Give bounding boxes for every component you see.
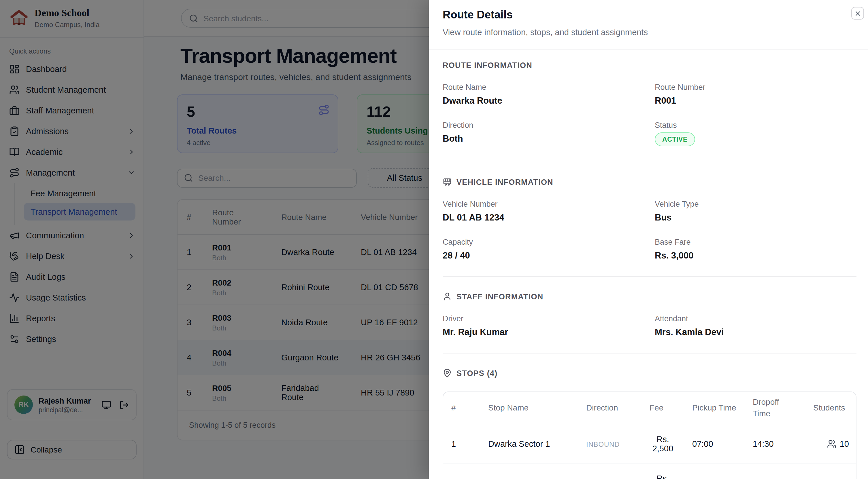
stop-direction: INBOUND [586,440,620,448]
staff-information-heading: STAFF INFORMATION [457,292,543,301]
field-value: R001 [655,96,857,106]
field-value: Rs. 3,000 [655,250,857,261]
section-divider [443,162,857,162]
stops-section: STOPS (4) # Stop Name Direction Fee Pick… [443,369,857,479]
drawer-body: ROUTE INFORMATION Route Name Dwarka Rout… [429,49,868,479]
section-divider [443,353,857,353]
stop-pickup-time: 07:10 [684,463,745,479]
field-value: Mr. Raju Kumar [443,327,655,337]
route-information-section: ROUTE INFORMATION Route Name Dwarka Rout… [443,61,857,162]
close-icon [854,9,861,17]
col-header-fee: Fee [642,392,684,424]
stop-fee: Rs. 2,500 [642,424,684,463]
field-value: DL 01 AB 1234 [443,212,655,223]
field-label: Status [655,121,857,130]
field-label: Capacity [443,238,655,246]
field-base-fare: Base Fare Rs. 3,000 [655,238,857,261]
stop-index: 1 [443,424,480,463]
field-label: Driver [443,314,655,323]
staff-information-section: STAFF INFORMATION Driver Mr. Raju Kumar … [443,292,857,353]
map-pin-icon [443,369,452,378]
route-information-heading: ROUTE INFORMATION [443,61,857,70]
field-status: Status ACTIVE [655,121,857,146]
stops-table: # Stop Name Direction Fee Pickup Time Dr… [443,392,857,479]
field-vehicle-type: Vehicle Type Bus [655,200,857,223]
stop-name: Dwarka Sector 6 [480,463,578,479]
field-value: Both [443,134,655,144]
drawer-subtitle: View route information, stops, and stude… [443,28,854,37]
field-label: Attendant [655,314,857,323]
vehicle-information-heading: VEHICLE INFORMATION [457,178,553,186]
stop-pickup-time: 07:00 [684,424,745,463]
field-driver: Driver Mr. Raju Kumar [443,314,655,337]
vehicle-information-section: VEHICLE INFORMATION Vehicle Number DL 01… [443,177,857,277]
section-divider [443,276,857,277]
drawer-title: Route Details [443,9,854,21]
route-details-drawer: Route Details View route information, st… [429,0,868,479]
stop-dropoff-time: 14:20 [745,463,805,479]
col-header-index: # [443,392,480,424]
stop-fee: Rs. 2,800 [642,463,684,479]
field-route-name: Route Name Dwarka Route [443,83,655,106]
col-header-students: Students [805,392,857,424]
field-label: Direction [443,121,655,130]
field-vehicle-number: Vehicle Number DL 01 AB 1234 [443,200,655,223]
field-direction: Direction Both [443,121,655,146]
field-value: Bus [655,212,857,223]
users-icon [827,439,836,448]
col-header-stop-name: Stop Name [480,392,578,424]
close-button[interactable] [851,7,864,20]
bus-icon [443,177,452,186]
app: Demo School Demo Campus, India Quick act… [0,0,868,479]
field-label: Base Fare [655,238,857,246]
field-label: Route Number [655,83,857,92]
col-header-dropoff-time: Dropoff Time [745,392,805,424]
stops-table-card: # Stop Name Direction Fee Pickup Time Dr… [443,391,857,479]
field-label: Vehicle Type [655,200,857,208]
field-attendant: Attendant Mrs. Kamla Devi [655,314,857,337]
stop-index: 2 [443,463,480,479]
stops-heading: STOPS (4) [457,369,497,377]
stop-students-count: 10 [840,439,849,448]
status-badge: ACTIVE [655,132,695,146]
field-label: Vehicle Number [443,200,655,208]
stop-name: Dwarka Sector 1 [480,424,578,463]
field-value: Dwarka Route [443,96,655,106]
field-route-number: Route Number R001 [655,83,857,106]
field-value: Mrs. Kamla Devi [655,327,857,337]
field-value: 28 / 40 [443,250,655,261]
stop-dropoff-time: 14:30 [745,424,805,463]
field-label: Route Name [443,83,655,92]
stop-row-1: 1 Dwarka Sector 1 INBOUND Rs. 2,500 07:0… [443,424,857,463]
stop-row-2: 2 Dwarka Sector 6 INBOUND Rs. 2,800 07:1… [443,463,857,479]
user-icon [443,292,452,301]
col-header-pickup-time: Pickup Time [684,392,745,424]
col-header-direction: Direction [578,392,642,424]
field-capacity: Capacity 28 / 40 [443,238,655,261]
stops-header-row: # Stop Name Direction Fee Pickup Time Dr… [443,392,857,424]
drawer-header: Route Details View route information, st… [429,0,868,49]
